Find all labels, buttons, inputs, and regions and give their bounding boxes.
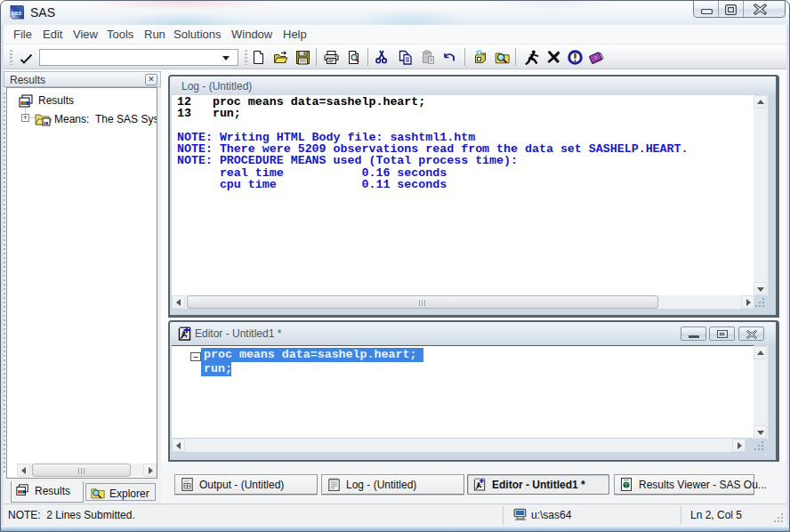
svg-text:sas: sas	[11, 9, 22, 17]
